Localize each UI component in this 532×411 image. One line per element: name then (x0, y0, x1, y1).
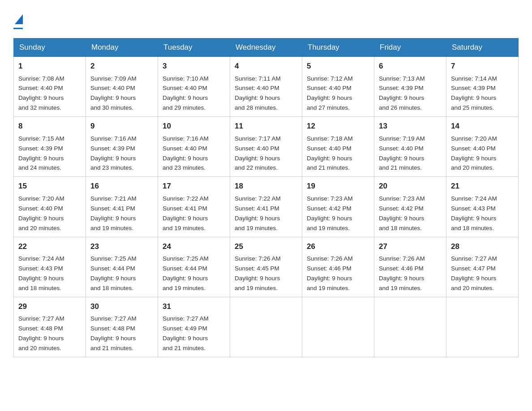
day-info: Sunrise: 7:16 AMSunset: 4:40 PMDaylight:… (163, 135, 209, 171)
day-number: 28 (451, 241, 514, 253)
day-number: 6 (379, 60, 442, 72)
calendar-day-cell: 20 Sunrise: 7:23 AMSunset: 4:42 PMDaylig… (374, 177, 446, 237)
calendar-day-cell: 14 Sunrise: 7:20 AMSunset: 4:40 PMDaylig… (446, 117, 519, 177)
day-number: 11 (235, 120, 297, 132)
day-info: Sunrise: 7:20 AMSunset: 4:40 PMDaylight:… (451, 135, 497, 171)
day-info: Sunrise: 7:19 AMSunset: 4:40 PMDaylight:… (379, 135, 425, 171)
day-info: Sunrise: 7:24 AMSunset: 4:43 PMDaylight:… (18, 255, 64, 291)
day-of-week-header: Monday (86, 39, 158, 57)
calendar-day-cell: 21 Sunrise: 7:24 AMSunset: 4:43 PMDaylig… (446, 177, 519, 237)
calendar-week-row: 8 Sunrise: 7:15 AMSunset: 4:39 PMDayligh… (14, 117, 519, 177)
day-info: Sunrise: 7:27 AMSunset: 4:49 PMDaylight:… (163, 315, 209, 351)
logo-triangle-icon (15, 13, 23, 24)
calendar-day-cell: 17 Sunrise: 7:22 AMSunset: 4:41 PMDaylig… (158, 177, 230, 237)
day-of-week-header: Tuesday (158, 39, 230, 57)
calendar-day-cell: 30 Sunrise: 7:27 AMSunset: 4:48 PMDaylig… (86, 297, 158, 357)
day-info: Sunrise: 7:21 AMSunset: 4:41 PMDaylight:… (90, 195, 137, 231)
day-info: Sunrise: 7:08 AMSunset: 4:40 PMDaylight:… (18, 75, 64, 111)
calendar-day-cell: 7 Sunrise: 7:14 AMSunset: 4:39 PMDayligh… (446, 57, 519, 117)
day-number: 25 (235, 241, 297, 253)
logo (13, 13, 23, 29)
day-number: 23 (90, 241, 153, 253)
day-number: 17 (163, 180, 225, 192)
calendar-day-cell: 2 Sunrise: 7:09 AMSunset: 4:40 PMDayligh… (86, 57, 158, 117)
day-number: 24 (163, 241, 225, 253)
day-of-week-header: Friday (374, 39, 446, 57)
day-number: 18 (235, 180, 297, 192)
day-number: 14 (451, 120, 514, 132)
calendar-day-cell: 6 Sunrise: 7:13 AMSunset: 4:39 PMDayligh… (374, 57, 446, 117)
day-of-week-header: Thursday (302, 39, 374, 57)
calendar-day-cell: 27 Sunrise: 7:26 AMSunset: 4:46 PMDaylig… (374, 237, 446, 297)
day-info: Sunrise: 7:12 AMSunset: 4:40 PMDaylight:… (307, 75, 353, 111)
calendar-day-cell: 16 Sunrise: 7:21 AMSunset: 4:41 PMDaylig… (86, 177, 158, 237)
day-info: Sunrise: 7:27 AMSunset: 4:48 PMDaylight:… (90, 315, 137, 351)
day-number: 31 (163, 301, 225, 313)
calendar-day-cell: 15 Sunrise: 7:20 AMSunset: 4:40 PMDaylig… (14, 177, 86, 237)
day-number: 7 (451, 60, 514, 72)
day-info: Sunrise: 7:27 AMSunset: 4:48 PMDaylight:… (18, 315, 64, 351)
day-number: 13 (379, 120, 442, 132)
svg-marker-0 (15, 14, 23, 24)
day-number: 16 (90, 180, 153, 192)
day-number: 10 (163, 120, 225, 132)
calendar-day-cell: 10 Sunrise: 7:16 AMSunset: 4:40 PMDaylig… (158, 117, 230, 177)
calendar-day-cell (230, 297, 302, 357)
day-number: 19 (307, 180, 369, 192)
day-number: 5 (307, 60, 369, 72)
calendar-day-cell: 9 Sunrise: 7:16 AMSunset: 4:39 PMDayligh… (86, 117, 158, 177)
calendar-day-cell (302, 297, 374, 357)
calendar-week-row: 1 Sunrise: 7:08 AMSunset: 4:40 PMDayligh… (14, 57, 519, 117)
calendar-day-cell: 19 Sunrise: 7:23 AMSunset: 4:42 PMDaylig… (302, 177, 374, 237)
calendar-day-cell: 11 Sunrise: 7:17 AMSunset: 4:40 PMDaylig… (230, 117, 302, 177)
day-info: Sunrise: 7:27 AMSunset: 4:47 PMDaylight:… (451, 255, 497, 291)
day-info: Sunrise: 7:22 AMSunset: 4:41 PMDaylight:… (163, 195, 209, 231)
calendar-day-cell: 26 Sunrise: 7:26 AMSunset: 4:46 PMDaylig… (302, 237, 374, 297)
day-info: Sunrise: 7:11 AMSunset: 4:40 PMDaylight:… (235, 75, 281, 111)
day-number: 4 (235, 60, 297, 72)
calendar-header: SundayMondayTuesdayWednesdayThursdayFrid… (14, 39, 519, 57)
calendar-day-cell: 12 Sunrise: 7:18 AMSunset: 4:40 PMDaylig… (302, 117, 374, 177)
calendar-week-row: 29 Sunrise: 7:27 AMSunset: 4:48 PMDaylig… (14, 297, 519, 357)
day-number: 2 (90, 60, 153, 72)
day-number: 26 (307, 241, 369, 253)
day-info: Sunrise: 7:22 AMSunset: 4:41 PMDaylight:… (235, 195, 281, 231)
day-info: Sunrise: 7:09 AMSunset: 4:40 PMDaylight:… (90, 75, 137, 111)
day-number: 27 (379, 241, 442, 253)
day-number: 29 (18, 301, 81, 313)
calendar-day-cell: 1 Sunrise: 7:08 AMSunset: 4:40 PMDayligh… (14, 57, 86, 117)
day-number: 15 (18, 180, 81, 192)
calendar-day-cell: 31 Sunrise: 7:27 AMSunset: 4:49 PMDaylig… (158, 297, 230, 357)
day-number: 1 (18, 60, 81, 72)
day-number: 20 (379, 180, 442, 192)
calendar-week-row: 15 Sunrise: 7:20 AMSunset: 4:40 PMDaylig… (14, 177, 519, 237)
day-number: 21 (451, 180, 514, 192)
calendar-day-cell: 24 Sunrise: 7:25 AMSunset: 4:44 PMDaylig… (158, 237, 230, 297)
day-info: Sunrise: 7:10 AMSunset: 4:40 PMDaylight:… (163, 75, 209, 111)
day-number: 12 (307, 120, 369, 132)
calendar-day-cell: 8 Sunrise: 7:15 AMSunset: 4:39 PMDayligh… (14, 117, 86, 177)
day-of-week-header: Saturday (446, 39, 519, 57)
day-number: 8 (18, 120, 81, 132)
day-number: 30 (90, 301, 153, 313)
day-info: Sunrise: 7:16 AMSunset: 4:39 PMDaylight:… (90, 135, 137, 171)
calendar-day-cell: 4 Sunrise: 7:11 AMSunset: 4:40 PMDayligh… (230, 57, 302, 117)
day-header-row: SundayMondayTuesdayWednesdayThursdayFrid… (14, 39, 519, 57)
day-number: 3 (163, 60, 225, 72)
calendar-day-cell: 18 Sunrise: 7:22 AMSunset: 4:41 PMDaylig… (230, 177, 302, 237)
day-info: Sunrise: 7:25 AMSunset: 4:44 PMDaylight:… (163, 255, 209, 291)
day-info: Sunrise: 7:20 AMSunset: 4:40 PMDaylight:… (18, 195, 64, 231)
day-info: Sunrise: 7:23 AMSunset: 4:42 PMDaylight:… (307, 195, 353, 231)
day-info: Sunrise: 7:18 AMSunset: 4:40 PMDaylight:… (307, 135, 353, 171)
calendar-day-cell: 25 Sunrise: 7:26 AMSunset: 4:45 PMDaylig… (230, 237, 302, 297)
calendar-day-cell: 22 Sunrise: 7:24 AMSunset: 4:43 PMDaylig… (14, 237, 86, 297)
day-info: Sunrise: 7:15 AMSunset: 4:39 PMDaylight:… (18, 135, 64, 171)
calendar-day-cell: 5 Sunrise: 7:12 AMSunset: 4:40 PMDayligh… (302, 57, 374, 117)
day-info: Sunrise: 7:13 AMSunset: 4:39 PMDaylight:… (379, 75, 425, 111)
day-info: Sunrise: 7:26 AMSunset: 4:46 PMDaylight:… (379, 255, 425, 291)
day-of-week-header: Sunday (14, 39, 86, 57)
calendar-body: 1 Sunrise: 7:08 AMSunset: 4:40 PMDayligh… (14, 57, 519, 357)
day-info: Sunrise: 7:24 AMSunset: 4:43 PMDaylight:… (451, 195, 497, 231)
calendar-week-row: 22 Sunrise: 7:24 AMSunset: 4:43 PMDaylig… (14, 237, 519, 297)
calendar-day-cell: 29 Sunrise: 7:27 AMSunset: 4:48 PMDaylig… (14, 297, 86, 357)
